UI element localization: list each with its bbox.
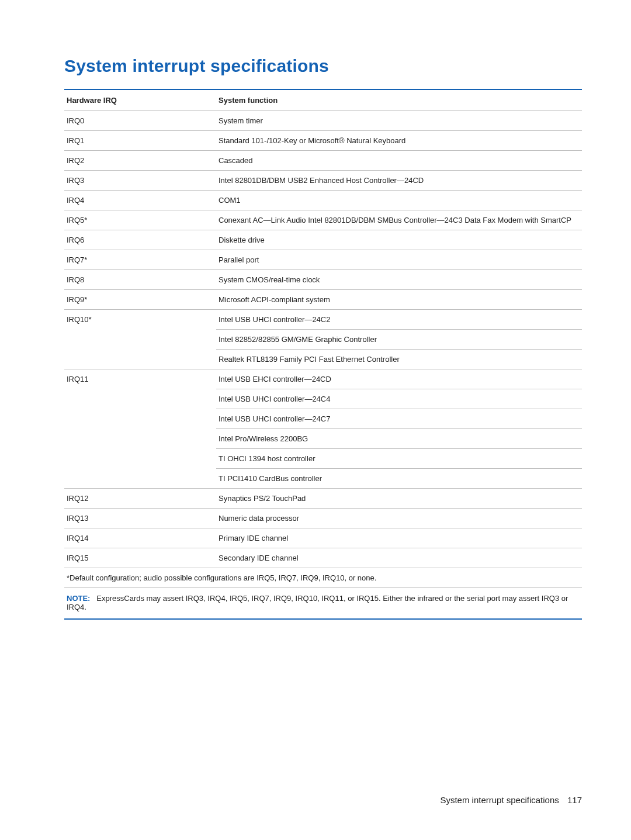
- cell-irq: IRQ12: [64, 489, 216, 509]
- table-row: Realtek RTL8139 Family PCI Fast Ethernet…: [64, 350, 582, 369]
- cell-function: Intel Pro/Wireless 2200BG: [216, 429, 582, 449]
- cell-function: Standard 101-/102-Key or Microsoft® Natu…: [216, 131, 582, 151]
- table-row: IRQ7*Parallel port: [64, 250, 582, 270]
- cell-irq: [64, 389, 216, 409]
- table-row: IRQ4COM1: [64, 191, 582, 210]
- irq-table: Hardware IRQ System function IRQ0System …: [64, 89, 582, 620]
- cell-function: Intel USB UHCI controller—24C7: [216, 409, 582, 429]
- cell-function: Secondary IDE channel: [216, 548, 582, 568]
- cell-function: System CMOS/real-time clock: [216, 270, 582, 290]
- cell-function: Numeric data processor: [216, 509, 582, 528]
- cell-irq: IRQ1: [64, 131, 216, 151]
- cell-irq: IRQ15: [64, 548, 216, 568]
- cell-function: Intel USB UHCI controller—24C4: [216, 389, 582, 409]
- table-row: IRQ6Diskette drive: [64, 230, 582, 250]
- cell-function: Primary IDE channel: [216, 528, 582, 548]
- table-row: IRQ3Intel 82801DB/DBM USB2 Enhanced Host…: [64, 171, 582, 191]
- table-row: IRQ11Intel USB EHCI controller—24CD: [64, 369, 582, 389]
- table-row: IRQ9*Microsoft ACPI-compliant system: [64, 290, 582, 310]
- table-row: Intel USB UHCI controller—24C7: [64, 409, 582, 429]
- cell-function: TI PCI1410 CardBus controller: [216, 469, 582, 489]
- cell-function: COM1: [216, 191, 582, 210]
- table-row: IRQ5*Conexant AC—Link Audio Intel 82801D…: [64, 210, 582, 230]
- cell-function: System timer: [216, 111, 582, 131]
- note-row: NOTE: ExpressCards may assert IRQ3, IRQ4…: [64, 588, 582, 620]
- cell-irq: IRQ11: [64, 369, 216, 389]
- table-row: IRQ12Synaptics PS/2 TouchPad: [64, 489, 582, 509]
- note-cell: NOTE: ExpressCards may assert IRQ3, IRQ4…: [64, 588, 582, 620]
- cell-function: Conexant AC—Link Audio Intel 82801DB/DBM…: [216, 210, 582, 230]
- note-text: ExpressCards may assert IRQ3, IRQ4, IRQ5…: [67, 594, 568, 611]
- cell-function: Synaptics PS/2 TouchPad: [216, 489, 582, 509]
- footer-title: System interrupt specifications: [440, 795, 559, 805]
- note-label: NOTE:: [67, 594, 90, 603]
- cell-function: Realtek RTL8139 Family PCI Fast Ethernet…: [216, 350, 582, 369]
- table-row: IRQ8System CMOS/real-time clock: [64, 270, 582, 290]
- table-row: IRQ2Cascaded: [64, 151, 582, 171]
- cell-irq: IRQ0: [64, 111, 216, 131]
- cell-irq: IRQ3: [64, 171, 216, 191]
- cell-irq: [64, 469, 216, 489]
- cell-irq: IRQ6: [64, 230, 216, 250]
- section-heading: System interrupt specifications: [64, 56, 582, 76]
- table-header-row: Hardware IRQ System function: [64, 89, 582, 111]
- cell-function: Intel 82801DB/DBM USB2 Enhanced Host Con…: [216, 171, 582, 191]
- table-row: IRQ1Standard 101-/102-Key or Microsoft® …: [64, 131, 582, 151]
- cell-irq: IRQ4: [64, 191, 216, 210]
- cell-irq: IRQ13: [64, 509, 216, 528]
- cell-function: Intel 82852/82855 GM/GME Graphic Control…: [216, 330, 582, 350]
- table-row: IRQ15Secondary IDE channel: [64, 548, 582, 568]
- document-page: System interrupt specifications Hardware…: [0, 0, 631, 840]
- cell-function: Diskette drive: [216, 230, 582, 250]
- cell-irq: [64, 449, 216, 469]
- cell-irq: IRQ10*: [64, 310, 216, 330]
- table-row: Intel 82852/82855 GM/GME Graphic Control…: [64, 330, 582, 350]
- cell-function: Intel USB UHCI controller—24C2: [216, 310, 582, 330]
- table-row: IRQ0System timer: [64, 111, 582, 131]
- page-number: 117: [567, 795, 582, 805]
- column-header-irq: Hardware IRQ: [64, 89, 216, 111]
- footnote-row: *Default configuration; audio possible c…: [64, 568, 582, 588]
- cell-irq: IRQ7*: [64, 250, 216, 270]
- cell-irq: [64, 429, 216, 449]
- table-row: TI PCI1410 CardBus controller: [64, 469, 582, 489]
- cell-irq: IRQ9*: [64, 290, 216, 310]
- table-row: TI OHCI 1394 host controller: [64, 449, 582, 469]
- table-row: Intel USB UHCI controller—24C4: [64, 389, 582, 409]
- cell-irq: [64, 409, 216, 429]
- cell-function: Cascaded: [216, 151, 582, 171]
- page-footer: System interrupt specifications 117: [64, 795, 582, 805]
- cell-function: TI OHCI 1394 host controller: [216, 449, 582, 469]
- cell-irq: IRQ2: [64, 151, 216, 171]
- column-header-function: System function: [216, 89, 582, 111]
- cell-irq: [64, 330, 216, 350]
- cell-function: Intel USB EHCI controller—24CD: [216, 369, 582, 389]
- table-row: IRQ10*Intel USB UHCI controller—24C2: [64, 310, 582, 330]
- table-row: IRQ14Primary IDE channel: [64, 528, 582, 548]
- table-row: Intel Pro/Wireless 2200BG: [64, 429, 582, 449]
- cell-irq: IRQ8: [64, 270, 216, 290]
- cell-function: Microsoft ACPI-compliant system: [216, 290, 582, 310]
- table-row: IRQ13Numeric data processor: [64, 509, 582, 528]
- cell-irq: IRQ14: [64, 528, 216, 548]
- cell-function: Parallel port: [216, 250, 582, 270]
- cell-irq: IRQ5*: [64, 210, 216, 230]
- cell-irq: [64, 350, 216, 369]
- footnote-text: *Default configuration; audio possible c…: [64, 568, 582, 588]
